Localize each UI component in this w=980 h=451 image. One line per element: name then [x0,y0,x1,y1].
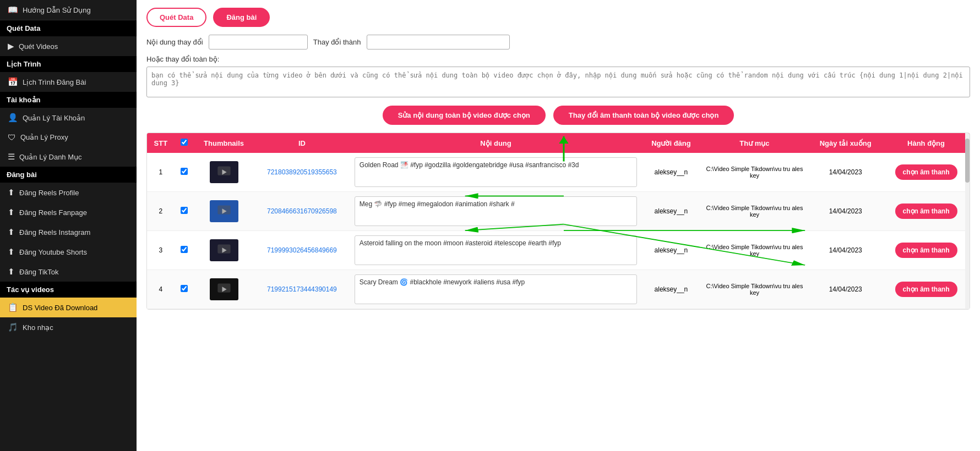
book-icon: 📖 [8,5,18,15]
select-all-checkbox[interactable] [181,139,188,146]
sidebar-item-kho-nhac[interactable]: 🎵 Kho nhạc [0,317,137,337]
cell-check[interactable] [175,153,194,192]
sidebar-item-label: Đăng Youtube Shorts [19,248,87,256]
cell-hanh-dong[interactable]: chọn âm thanh [883,270,970,309]
sidebar-item-dang-reels-profile[interactable]: ⬆ Đăng Reels Profile [0,183,137,202]
video-id-link[interactable]: 7199215173444390149 [267,285,337,293]
cell-noi-dung: Meg 🦈 #fyp #meg #megalodon #animation #s… [350,192,642,231]
sidebar-item-quan-ly-proxy[interactable]: 🛡 Quản Lý Proxy [0,128,137,147]
content-area: Quét Data Đăng bài Nội dung thay đổi Tha… [137,0,980,451]
col-thu-muc: Thư mục [701,133,809,153]
table-header-row: STT Thumbnails ID Nội dung Người đăng Th… [147,133,970,153]
list-icon: 📋 [8,302,18,312]
sidebar-item-label: Lịch Trình Đăng Bài [23,78,86,86]
video-id-link[interactable]: 7218038920519355653 [267,168,337,176]
sidebar-item-label: Đăng Reels Profile [19,189,79,197]
col-hanh-dong: Hành động [883,133,970,153]
cell-id[interactable]: 7199215173444390149 [254,270,350,309]
col-id: ID [254,133,350,153]
cell-check[interactable] [175,231,194,270]
cell-ngay-tai: 14/04/2023 [808,192,883,231]
scrollbar-thumb[interactable] [965,139,970,183]
col-check [175,133,194,153]
cell-id[interactable]: 7208466631670926598 [254,192,350,231]
noi-dung-thay-doi-label: Nội dung thay đổi [146,38,203,46]
cell-stt: 1 [147,153,175,192]
noi-dung-box[interactable]: Asteroid falling on the moon #moon #aste… [355,235,638,265]
sidebar-item-label: Hướng Dẫn Sử Dụng [23,6,91,14]
sua-noi-dung-button[interactable]: Sửa nội dung toàn bộ video được chọn [383,106,546,125]
sidebar-item-quan-ly-tai-khoan[interactable]: 👤 Quản Lý Tài Khoản [0,108,137,128]
quet-data-button[interactable]: Quét Data [146,8,206,27]
table-row: 2 7208466631670926598 Meg 🦈 #fyp #meg #m… [147,192,970,231]
cell-hanh-dong[interactable]: chọn âm thanh [883,153,970,192]
video-table-container: STT Thumbnails ID Nội dung Người đăng Th… [146,133,970,310]
change-all-textarea[interactable] [146,67,970,97]
scrollbar-track[interactable] [965,133,970,309]
noi-dung-box[interactable]: Golden Road 🌁 #fyp #godzilla #goldengate… [355,157,638,187]
thay-am-thanh-button[interactable]: Thay đổi âm thanh toàn bộ video được chọ… [553,106,734,125]
video-id-link[interactable]: 7199993026456849669 [267,246,337,254]
cell-ngay-tai: 14/04/2023 [808,231,883,270]
cell-thumbnail [194,192,254,231]
sidebar-section-lich-trinh: Lịch Trình [0,56,137,72]
chon-am-thanh-button[interactable]: chọn âm thanh [895,164,957,180]
chon-am-thanh-button[interactable]: chọn âm thanh [895,243,957,258]
sidebar-item-quan-ly-danh-muc[interactable]: ☰ Quản Lý Danh Mục [0,147,137,167]
row-checkbox[interactable] [181,168,188,175]
video-id-link[interactable]: 7208466631670926598 [267,207,337,215]
thay-doi-thanh-input[interactable] [367,35,510,50]
table-row: 1 7218038920519355653 Golden Road 🌁 #fyp… [147,153,970,192]
cell-id[interactable]: 7199993026456849669 [254,231,350,270]
cell-check[interactable] [175,192,194,231]
table-row: 4 7199215173444390149 Scary Dream 🌀 #bla… [147,270,970,309]
sidebar-item-huong-dan[interactable]: 📖 Hướng Dẫn Sử Dụng [0,0,137,20]
chon-am-thanh-button[interactable]: chọn âm thanh [895,204,957,219]
noi-dung-thay-doi-input[interactable] [209,35,308,50]
noi-dung-box[interactable]: Scary Dream 🌀 #blackhole #newyork #alien… [355,274,638,304]
sidebar-item-label: Quản Lý Tài Khoản [23,114,85,122]
change-content-row: Nội dung thay đổi Thay đổi thành [146,35,970,50]
noi-dung-box[interactable]: Meg 🦈 #fyp #meg #megalodon #animation #s… [355,196,638,226]
cell-hanh-dong[interactable]: chọn âm thanh [883,192,970,231]
sidebar-item-dang-youtube-shorts[interactable]: ⬆ Đăng Youtube Shorts [0,242,137,262]
dang-bai-button[interactable]: Đăng bài [213,8,270,27]
cell-noi-dung: Scary Dream 🌀 #blackhole #newyork #alien… [350,270,642,309]
chon-am-thanh-button[interactable]: chọn âm thanh [895,282,957,297]
upload-icon: ⬆ [8,188,15,197]
upload-icon: ⬆ [8,207,15,217]
sidebar-item-dang-reels-fanpage[interactable]: ⬆ Đăng Reels Fanpage [0,202,137,222]
cell-hanh-dong[interactable]: chọn âm thanh [883,231,970,270]
upload-icon: ⬆ [8,227,15,237]
sidebar-item-dang-tiktok[interactable]: ⬆ Đăng TikTok [0,262,137,282]
cell-id[interactable]: 7218038920519355653 [254,153,350,192]
cell-stt: 4 [147,270,175,309]
sidebar-item-label: Quét Videos [19,42,58,51]
action-buttons-row: Sửa nội dung toàn bộ video được chọn Tha… [146,106,970,125]
top-buttons-row: Quét Data Đăng bài [146,8,970,27]
change-all-label: Hoặc thay đổi toàn bộ: [146,55,970,63]
row-checkbox[interactable] [181,207,188,214]
row-checkbox[interactable] [181,246,188,253]
sidebar-item-quet-videos[interactable]: ▶ Quét Videos [0,36,137,56]
user-icon: 👤 [8,113,18,123]
cell-thu-muc: C:\Video Simple Tikdown\vu tru aleskey [701,192,809,231]
sidebar-item-ds-video-da-download[interactable]: 📋 DS Video Đã Download [0,298,137,317]
cell-thumbnail [194,153,254,192]
cell-stt: 3 [147,231,175,270]
cell-thumbnail [194,270,254,309]
music-icon: 🎵 [8,322,18,332]
sidebar-item-label: Quản Lý Proxy [20,133,68,141]
col-noi-dung: Nội dung [350,133,642,153]
thay-doi-thanh-label: Thay đổi thành [313,38,361,46]
col-thumbnails: Thumbnails [194,133,254,153]
upload-icon: ⬆ [8,267,15,277]
col-stt: STT [147,133,175,153]
cell-check[interactable] [175,270,194,309]
table-row: 3 7199993026456849669 Asteroid falling o… [147,231,970,270]
sidebar-item-dang-reels-instagram[interactable]: ⬆ Đăng Reels Instagram [0,222,137,242]
sidebar-section-tac-vu-videos: Tác vụ videos [0,282,137,298]
sidebar-item-lich-trinh-dang-bai[interactable]: 📅 Lịch Trình Đăng Bài [0,72,137,92]
row-checkbox[interactable] [181,285,188,292]
cell-stt: 2 [147,192,175,231]
